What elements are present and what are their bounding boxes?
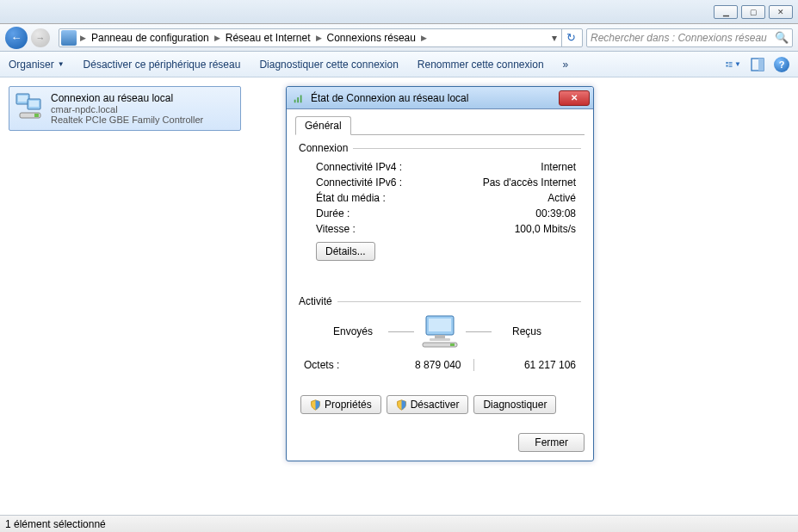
details-button[interactable]: Détails... (316, 242, 375, 261)
svg-rect-2 (729, 63, 733, 64)
media-state-value: Activé (547, 192, 576, 204)
connection-list-item[interactable]: Connexion au réseau local cmar-npdc.loca… (9, 86, 241, 131)
back-button[interactable]: ← (5, 27, 28, 49)
svg-rect-0 (727, 61, 728, 63)
dialog-close-button[interactable]: ✕ (559, 90, 590, 106)
dialog-tabs: Général (295, 116, 585, 135)
svg-rect-18 (429, 319, 451, 331)
duration-value: 00:39:08 (535, 207, 576, 220)
duration-label: Durée : (316, 207, 350, 220)
navigation-bar: ← → ▶ Panneau de configuration ▶ Réseau … (0, 24, 798, 52)
minimize-button[interactable]: ▁ (714, 5, 738, 19)
breadcrumb[interactable]: ▶ Panneau de configuration ▶ Réseau et I… (59, 28, 583, 47)
search-icon[interactable]: 🔍 (775, 31, 789, 44)
svg-rect-9 (18, 96, 28, 102)
svg-rect-14 (294, 99, 296, 102)
group-activity-label: Activité (299, 295, 337, 307)
breadcrumb-item[interactable]: Connexions réseau (324, 32, 419, 44)
disable-device-button[interactable]: Désactiver ce périphérique réseau (84, 59, 241, 71)
content-area: Connexion au réseau local cmar-npdc.loca… (0, 77, 798, 515)
svg-rect-19 (435, 335, 445, 338)
maximize-button[interactable]: ▢ (741, 5, 765, 19)
diagnose-button[interactable]: Diagnostiquer (473, 395, 556, 414)
svg-rect-22 (450, 343, 455, 346)
shield-icon (310, 399, 321, 411)
disable-button[interactable]: Désactiver (387, 395, 469, 414)
shield-icon (396, 399, 407, 411)
toolbar-overflow[interactable]: » (563, 59, 569, 71)
connection-name: Connexion au réseau local (51, 92, 235, 104)
svg-rect-3 (727, 65, 728, 66)
diagnose-connection-button[interactable]: Diagnostiquer cette connexion (259, 59, 398, 71)
breadcrumb-item[interactable]: Réseau et Internet (222, 32, 314, 44)
media-state-label: État du média : (316, 192, 386, 204)
activity-icon (419, 314, 461, 349)
ipv6-value: Pas d'accès Internet (483, 176, 576, 189)
dialog-title: État de Connexion au réseau local (311, 92, 559, 104)
network-adapter-icon (15, 92, 46, 123)
chevron-right-icon[interactable]: ▶ (78, 34, 88, 42)
svg-rect-5 (729, 66, 733, 67)
chevron-down-icon: ▼ (58, 60, 65, 68)
chevron-right-icon[interactable]: ▶ (213, 34, 222, 42)
connection-domain: cmar-npdc.local (51, 104, 235, 114)
breadcrumb-item[interactable]: Panneau de configuration (88, 32, 213, 44)
signal-icon (292, 91, 306, 105)
svg-rect-20 (430, 338, 450, 341)
speed-value: 100,0 Mbits/s (515, 223, 576, 235)
command-toolbar: Organiser▼ Désactiver ce périphérique ré… (0, 52, 798, 77)
bytes-label: Octets : (304, 359, 364, 371)
chevron-right-icon[interactable]: ▶ (419, 34, 429, 42)
refresh-button[interactable]: ↻ (561, 28, 580, 47)
help-button[interactable]: ? (774, 57, 789, 72)
status-bar: 1 élément sélectionné (0, 515, 798, 532)
sent-label: Envoyés (323, 325, 383, 337)
breadcrumb-dropdown[interactable]: ▾ (547, 32, 561, 44)
search-placeholder: Rechercher dans : Connexions réseau (591, 32, 767, 44)
view-options-button[interactable]: ▼ (726, 57, 741, 72)
bytes-received-value: 61 217 106 (479, 359, 577, 371)
status-text: 1 élément sélectionné (5, 518, 106, 530)
connection-status-dialog: État de Connexion au réseau local ✕ Géné… (286, 86, 594, 461)
connection-adapter: Realtek PCIe GBE Family Controller (51, 114, 235, 125)
preview-pane-button[interactable] (750, 57, 765, 72)
forward-button: → (31, 28, 50, 47)
dialog-titlebar[interactable]: État de Connexion au réseau local ✕ (287, 87, 593, 109)
svg-rect-1 (729, 61, 733, 62)
chevron-right-icon[interactable]: ▶ (314, 34, 324, 42)
tab-general[interactable]: Général (295, 116, 351, 135)
chevron-down-icon: ▼ (734, 60, 741, 68)
bytes-sent-value: 8 879 040 (364, 359, 468, 371)
group-connection-label: Connexion (299, 142, 353, 154)
svg-rect-4 (729, 65, 733, 65)
svg-rect-15 (297, 97, 299, 102)
svg-rect-16 (300, 95, 302, 102)
close-window-button[interactable]: ✕ (769, 5, 793, 19)
ipv6-label: Connectivité IPv6 : (316, 176, 402, 189)
svg-rect-7 (758, 59, 764, 71)
speed-label: Vitesse : (316, 223, 356, 235)
location-icon (61, 30, 77, 46)
organize-menu[interactable]: Organiser▼ (9, 59, 65, 71)
properties-button[interactable]: Propriétés (300, 395, 381, 414)
close-dialog-button[interactable]: Fermer (518, 433, 585, 452)
ipv4-label: Connectivité IPv4 : (316, 161, 402, 173)
rename-connection-button[interactable]: Renommer cette connexion (418, 59, 544, 71)
search-input[interactable]: Rechercher dans : Connexions réseau 🔍 (586, 28, 793, 47)
svg-rect-11 (29, 101, 39, 107)
ipv4-value: Internet (541, 161, 576, 173)
received-label: Reçus (497, 325, 557, 337)
svg-rect-13 (34, 114, 39, 117)
window-titlebar: ▁ ▢ ✕ (0, 0, 798, 24)
